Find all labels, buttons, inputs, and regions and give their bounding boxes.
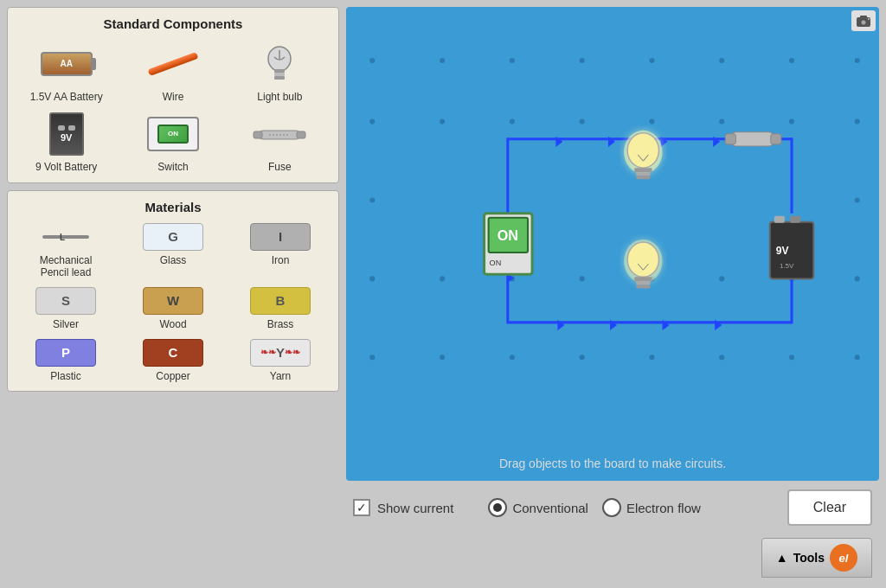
wood-item[interactable]: W Wood xyxy=(124,287,222,330)
tools-bar: ▲ Tools el xyxy=(346,534,879,581)
materials-section: Materials L MechanicalPencil lead G Glas… xyxy=(7,190,339,392)
dot-grid xyxy=(369,58,860,360)
svg-point-34 xyxy=(369,355,375,360)
brass-item[interactable]: B Brass xyxy=(231,287,330,330)
9v-battery-item[interactable]: 9V 9 Volt Battery xyxy=(16,110,116,173)
show-current-checkbox[interactable]: ✓ xyxy=(353,499,370,516)
left-panel: Standard Components AA 1.5V AA Battery W… xyxy=(0,0,346,588)
fuse-svg xyxy=(252,124,307,144)
switch-item[interactable]: ON Switch xyxy=(123,110,222,173)
right-panel: ON ON 9V 1.5V Drag objects to the board … xyxy=(346,0,886,588)
svg-text:L: L xyxy=(60,233,65,242)
wire-visual xyxy=(147,51,198,75)
aa-battery-icon: AA xyxy=(36,40,97,87)
circuit-board[interactable]: ON ON 9V 1.5V Drag objects to the board … xyxy=(346,7,879,481)
svg-point-71 xyxy=(627,242,658,277)
pencil-lead-icon: L xyxy=(35,223,96,251)
fuse-icon xyxy=(249,110,310,157)
svg-rect-9 xyxy=(42,235,89,239)
camera-button[interactable] xyxy=(851,10,876,31)
iron-item[interactable]: I Iron xyxy=(231,223,330,278)
el-logo: el xyxy=(830,544,857,572)
show-current-label: Show current xyxy=(377,501,453,515)
svg-rect-6 xyxy=(254,131,262,138)
positive-terminal xyxy=(68,125,75,131)
pencil-lead-item[interactable]: L MechanicalPencil lead xyxy=(16,223,115,278)
standard-components-title: Standard Components xyxy=(16,16,330,31)
controls-bar: ✓ Show current Conventional Electron flo… xyxy=(346,481,879,534)
silver-label: Silver xyxy=(53,318,79,330)
glass-badge: G xyxy=(143,223,203,251)
svg-point-31 xyxy=(440,276,445,281)
svg-rect-72 xyxy=(634,277,652,281)
wire-label: Wire xyxy=(163,91,184,103)
copper-label: Copper xyxy=(156,370,189,382)
pencil-lead-svg: L xyxy=(35,228,96,246)
yarn-item[interactable]: ❧❧Y❧❧ Yarn xyxy=(231,339,330,382)
camera-icon xyxy=(856,14,871,28)
svg-point-37 xyxy=(580,355,585,360)
svg-rect-83 xyxy=(790,216,800,223)
aa-battery-item[interactable]: AA 1.5V AA Battery xyxy=(16,40,116,103)
svg-point-47 xyxy=(580,276,585,281)
clear-button[interactable]: Clear xyxy=(787,489,872,526)
svg-point-30 xyxy=(369,276,375,281)
svg-point-29 xyxy=(855,197,860,202)
svg-rect-87 xyxy=(725,134,735,144)
aa-battery-visual: AA xyxy=(41,52,93,76)
switch-visual: ON xyxy=(147,117,199,151)
silver-item[interactable]: S Silver xyxy=(16,287,115,330)
circuit-svg: ON ON 9V 1.5V xyxy=(346,7,879,481)
tools-label: Tools xyxy=(793,551,825,565)
fuse-item[interactable]: Fuse xyxy=(230,110,330,173)
svg-rect-66 xyxy=(636,172,650,176)
svg-point-16 xyxy=(369,58,375,63)
plastic-badge: P xyxy=(35,339,96,367)
svg-point-24 xyxy=(369,119,375,125)
tools-button[interactable]: ▲ Tools el xyxy=(761,538,872,578)
svg-rect-14 xyxy=(860,16,867,18)
svg-point-28 xyxy=(369,197,375,202)
materials-title: Materials xyxy=(16,200,330,214)
copper-item[interactable]: C Copper xyxy=(124,339,222,382)
svg-text:9V: 9V xyxy=(776,245,789,257)
svg-point-25 xyxy=(440,119,445,125)
conventional-radio-inner xyxy=(493,503,502,512)
switch-icon: ON xyxy=(143,110,203,157)
conventional-radio-outer xyxy=(488,498,507,517)
iron-badge: I xyxy=(250,223,311,251)
electron-flow-radio-option[interactable]: Electron flow xyxy=(602,498,701,517)
svg-point-42 xyxy=(510,119,515,125)
bulb-svg xyxy=(266,43,293,85)
svg-point-44 xyxy=(649,119,654,125)
svg-point-33 xyxy=(855,276,860,281)
conventional-radio-option[interactable]: Conventional xyxy=(488,498,588,517)
wire-icon xyxy=(143,40,203,87)
svg-rect-74 xyxy=(636,284,650,288)
yarn-badge: ❧❧Y❧❧ xyxy=(250,339,311,367)
svg-rect-86 xyxy=(730,132,774,146)
svg-rect-65 xyxy=(634,168,652,172)
switch-toggle: ON xyxy=(157,125,189,144)
svg-text:ON: ON xyxy=(490,259,502,267)
copper-badge: C xyxy=(143,339,203,367)
light-bulb-icon xyxy=(249,40,310,87)
svg-point-36 xyxy=(510,355,515,360)
wire-item[interactable]: Wire xyxy=(123,40,222,103)
9v-battery-visual: 9V xyxy=(49,112,84,156)
glass-item[interactable]: G Glass xyxy=(124,223,222,278)
battery-terminals xyxy=(58,125,75,131)
svg-point-49 xyxy=(719,276,724,281)
plastic-item[interactable]: P Plastic xyxy=(16,339,115,382)
svg-point-20 xyxy=(649,58,654,63)
svg-rect-67 xyxy=(636,176,650,179)
conventional-radio-label: Conventional xyxy=(512,501,588,515)
wood-badge: W xyxy=(143,287,203,315)
svg-point-23 xyxy=(855,58,860,63)
aa-battery-label: 1.5V AA Battery xyxy=(30,91,103,103)
svg-point-38 xyxy=(649,355,654,360)
svg-point-45 xyxy=(719,119,724,125)
svg-point-26 xyxy=(789,119,794,125)
light-bulb-item[interactable]: Light bulb xyxy=(230,40,330,103)
svg-text:1.5V: 1.5V xyxy=(780,262,794,270)
